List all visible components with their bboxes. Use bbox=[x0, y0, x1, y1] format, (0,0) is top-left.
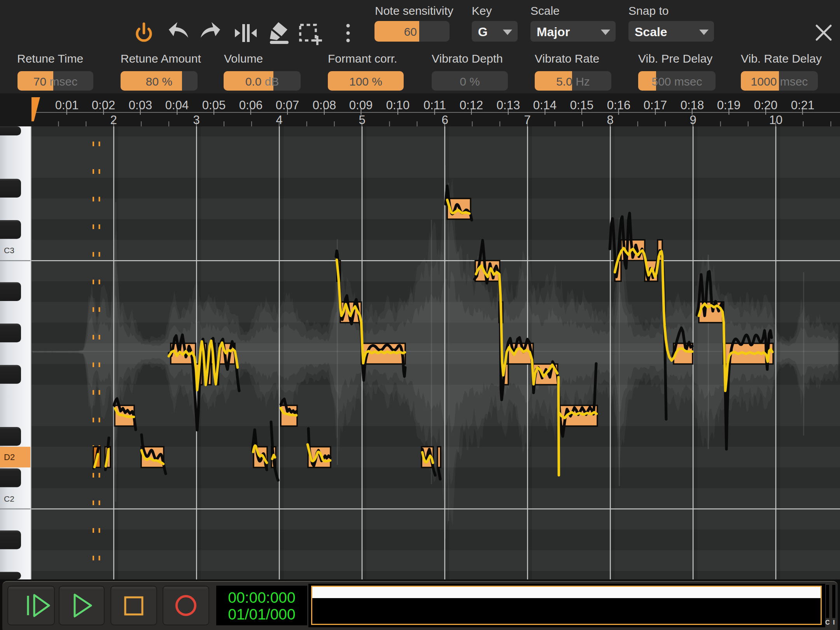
svg-text:0:04: 0:04 bbox=[165, 98, 189, 112]
svg-text:D2: D2 bbox=[4, 452, 15, 462]
svg-text:0:05: 0:05 bbox=[202, 98, 226, 112]
svg-text:10: 10 bbox=[769, 113, 782, 127]
svg-text:C3: C3 bbox=[4, 246, 14, 255]
svg-text:0:12: 0:12 bbox=[460, 98, 483, 112]
svg-text:0:01: 0:01 bbox=[55, 98, 79, 112]
svg-text:0:02: 0:02 bbox=[92, 98, 115, 112]
svg-text:3: 3 bbox=[193, 113, 200, 127]
svg-text:0:21: 0:21 bbox=[791, 98, 814, 112]
svg-text:2: 2 bbox=[110, 113, 117, 127]
svg-text:6: 6 bbox=[441, 113, 448, 127]
svg-text:0:20: 0:20 bbox=[754, 98, 777, 112]
svg-text:0:15: 0:15 bbox=[570, 98, 593, 112]
svg-text:5: 5 bbox=[359, 113, 365, 127]
svg-text:0:03: 0:03 bbox=[129, 98, 152, 112]
svg-text:0:16: 0:16 bbox=[607, 98, 630, 112]
svg-text:7: 7 bbox=[524, 113, 530, 127]
svg-text:0:10: 0:10 bbox=[386, 98, 410, 112]
svg-text:0:18: 0:18 bbox=[681, 98, 704, 112]
svg-text:0:13: 0:13 bbox=[497, 98, 520, 112]
svg-text:0:08: 0:08 bbox=[313, 98, 336, 112]
svg-text:0:09: 0:09 bbox=[349, 98, 373, 112]
svg-text:0:07: 0:07 bbox=[276, 98, 299, 112]
svg-text:0:11: 0:11 bbox=[424, 98, 446, 112]
svg-text:C2: C2 bbox=[4, 494, 14, 503]
svg-text:0:19: 0:19 bbox=[717, 98, 740, 112]
svg-text:9: 9 bbox=[690, 113, 696, 127]
svg-text:0:06: 0:06 bbox=[239, 98, 262, 112]
svg-text:0:17: 0:17 bbox=[644, 98, 667, 112]
svg-text:4: 4 bbox=[276, 113, 282, 127]
svg-text:8: 8 bbox=[607, 113, 613, 127]
svg-text:0:14: 0:14 bbox=[533, 98, 556, 112]
